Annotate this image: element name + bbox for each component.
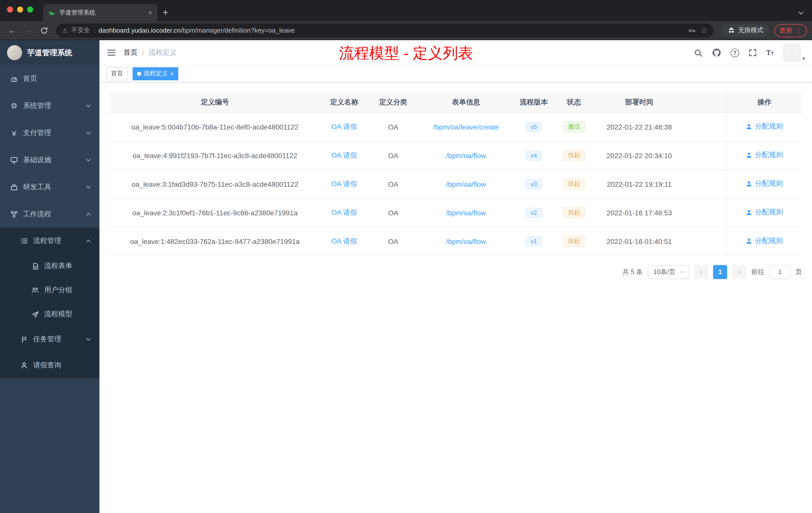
browser-menu-dots-icon[interactable]: ⋮ [795,27,802,34]
sidebar-item-label: 用户分组 [44,285,72,295]
sidebar-item-home[interactable]: 首页 [0,65,99,92]
definition-name-link[interactable]: OA 请假 [331,208,357,216]
form-link[interactable]: /bpm/oa/flow [446,237,486,245]
app: 芋道管理系统 首页 ⚙ 系统管理 ¥ 支付管理 [0,40,812,513]
back-button[interactable]: ← [5,23,19,37]
hamburger-icon[interactable] [99,40,123,65]
page-number-1[interactable]: 1 [713,265,727,279]
column-header-action: 操作 [727,92,802,113]
avatar-caret-icon: ▾ [803,56,805,61]
cell-definition-id: oa_leave:2:3c1f0ef1-76b1-11ec-9c66-a2380… [110,198,320,227]
incognito-badge: 无痕模式 [722,24,769,37]
assign-rule-link[interactable]: 分配规则 [746,179,783,188]
browser-chrome: 芋道管理系统 × + ← → ⚠ 不安全 | dashboard.yudao.i… [0,0,812,40]
tag-close-icon[interactable]: × [170,70,174,77]
column-header-deploy-time: 部署时间 [594,92,685,113]
paper-plane-icon [31,310,39,318]
zoom-window-button[interactable] [27,6,33,12]
browser-tab[interactable]: 芋道管理系统 × [43,4,158,21]
sidebar-item-process-management[interactable]: 流程管理 [0,228,99,254]
cell-definition-id: oa_leave:3:1fad3d93-7b75-11ec-a3c8-acde4… [110,170,320,198]
sidebar-item-workflow[interactable]: 工作流程 [0,201,99,228]
tab-close-icon[interactable]: × [147,8,154,17]
forward-button[interactable]: → [21,23,35,37]
prev-page-button[interactable] [694,265,708,279]
sidebar-item-process-form[interactable]: 流程表单 [0,254,99,278]
next-page-button[interactable] [732,265,746,279]
definition-name-link[interactable]: OA 请假 [331,237,357,245]
search-icon[interactable] [694,49,702,57]
sidebar-item-payment-management[interactable]: ¥ 支付管理 [0,119,99,147]
cell-deploy-time: 2022-01-22 21:48:38 [594,113,685,141]
column-header-version: 流程版本 [514,92,554,113]
definition-name-link[interactable]: OA 请假 [331,151,357,159]
sidebar-item-leave-query[interactable]: 请假查询 [0,352,99,379]
definition-name-link[interactable]: OA 请假 [331,179,357,187]
definition-name-link[interactable]: OA 请假 [331,122,357,130]
status-badge: 挂起 [563,150,585,161]
form-link[interactable]: /bpm/oa/flow [446,209,486,217]
tag-process-definition[interactable]: 流程定义 × [133,67,178,80]
sidebar: 芋道管理系统 首页 ⚙ 系统管理 ¥ 支付管理 [0,40,99,513]
sidebar-item-user-group[interactable]: 用户分组 [0,278,99,302]
url-text[interactable]: dashboard.yudao.iocoder.cn/bpm/manager/d… [99,27,684,34]
sidebar-item-system-management[interactable]: ⚙ 系统管理 [0,92,99,119]
yen-icon: ¥ [10,129,18,137]
sidebar-item-process-model[interactable]: 流程模型 [0,302,99,326]
gear-icon: ⚙ [10,102,18,110]
chevron-down-icon [85,336,91,342]
page-unit-label: 页 [795,267,802,276]
cell-definition-id: oa_leave:5:004b710b-7b8a-11ec-8ef0-acde4… [110,113,320,141]
new-tab-button[interactable]: + [158,7,173,21]
form-link[interactable]: /bpm/oa/leave/create [433,123,499,131]
workflow-nodes-icon [10,210,18,218]
sidebar-item-task-management[interactable]: 任务管理 [0,326,99,352]
font-size-icon[interactable]: TT [766,48,774,57]
bookmark-star-icon[interactable]: ☆ [701,26,707,35]
user-group-icon [31,286,39,294]
user-avatar-menu[interactable]: ▾ [783,44,805,61]
not-secure-label[interactable]: 不安全 [71,26,90,35]
avatar[interactable] [783,44,801,61]
fullscreen-icon[interactable] [749,49,756,57]
page-size-select[interactable]: 10条/页 [648,265,689,279]
sidebar-item-dev-tools[interactable]: 研发工具 [0,174,99,201]
dashboard-icon [10,75,18,83]
table-row: oa_leave:2:3c1f0ef1-76b1-11ec-9c66-a2380… [110,198,802,227]
sidebar-item-infrastructure[interactable]: 基础设施 [0,147,99,174]
breadcrumb-home[interactable]: 首页 [123,48,138,57]
assign-rule-link[interactable]: 分配规则 [746,122,783,131]
version-badge: v5 [525,122,542,132]
tag-label: 流程定义 [144,69,168,78]
cell-deploy-time: 2022-01-22 20:34:10 [594,141,685,170]
help-icon[interactable]: ? [730,49,739,57]
status-badge: 挂起 [563,207,585,218]
close-window-button[interactable] [7,6,13,12]
column-spacer [685,92,727,113]
browser-update-button[interactable]: 更新 ⋮ [774,24,807,37]
form-link[interactable]: /bpm/oa/flow [446,180,486,188]
password-key-icon[interactable] [688,26,696,34]
tag-label: 首页 [111,69,123,78]
tag-active-dot [137,71,141,76]
table-row: oa_leave:1:482ec033-762a-11ec-8477-a2380… [110,227,802,255]
table-row: oa_leave:4:991f2193-7b7f-11ec-a3c8-acde4… [110,141,802,170]
github-icon[interactable] [712,48,721,57]
minimize-window-button[interactable] [17,6,23,12]
pagination: 共 5 条 10条/页 1 前往 页 [110,265,802,279]
assign-rule-link[interactable]: 分配规则 [746,237,783,246]
assign-rule-link[interactable]: 分配规则 [746,151,783,160]
navbar-actions: ? TT ▾ [694,44,812,61]
goto-page-input[interactable] [769,265,790,279]
form-link[interactable]: /bpm/oa/flow [446,151,486,159]
tags-view-bar: 首页 流程定义 × [99,65,812,82]
reload-button[interactable] [37,23,51,37]
assign-rule-link[interactable]: 分配规则 [746,208,783,217]
tag-home[interactable]: 首页 [107,67,127,80]
chevron-down-icon [679,269,685,275]
address-bar[interactable]: ⚠ 不安全 | dashboard.yudao.iocoder.cn/bpm/m… [56,23,714,37]
not-secure-warning-icon[interactable]: ⚠ [62,27,68,34]
tab-search-chevron-icon[interactable] [798,10,807,21]
cell-spacer [685,198,727,227]
column-header-status: 状态 [554,92,594,113]
